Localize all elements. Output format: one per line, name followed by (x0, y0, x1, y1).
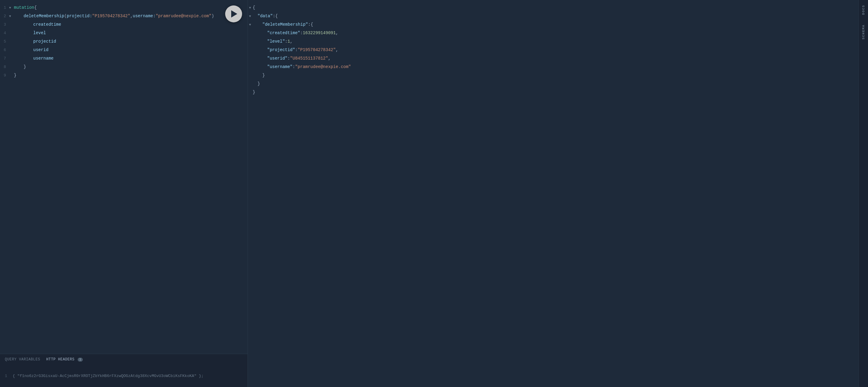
resp-line-6: "projectid": "P195704278342", (248, 46, 858, 54)
comma-2: , (130, 12, 133, 20)
resp-fold-11 (248, 90, 253, 96)
resp-line-4: "createdtime": 1632299149091, (248, 29, 858, 37)
fold-arrow-7 (9, 56, 14, 62)
resp-fold-10 (248, 81, 253, 87)
code-line-2: 2 ▼ deleteMembership(projectid:"P1957042… (0, 12, 248, 21)
param-projectid-key: projectid: (67, 12, 92, 20)
resp-key-projectid: "projectid" (267, 46, 295, 54)
resp-bracket-close-data: } (257, 80, 260, 88)
field-createdtime: createdtime (33, 21, 61, 28)
code-line-1: 1 ▼ mutation{ (0, 4, 248, 12)
param-username-val: "pramrudee@nexpie.com" (156, 12, 212, 20)
resp-fold-5 (248, 39, 253, 45)
resp-val-projectid: "P195704278342" (298, 46, 336, 54)
tab-http-headers[interactable]: HTTP HEADERS 1 (46, 357, 83, 362)
resp-val-userid: "U845151137812" (290, 55, 328, 62)
field-username: username (33, 55, 54, 62)
bottom-panel: QUERY VARIABLES HTTP HEADERS 1 1 { "f1no… (0, 354, 248, 387)
line-number-9: 9 (0, 72, 9, 79)
line-number-5: 5 (0, 38, 9, 45)
line-number-1: 1 (0, 4, 9, 11)
resp-key-userid: "userid" (267, 55, 287, 62)
bracket-open-1: { (34, 4, 37, 11)
resp-line-2: ▼ "data": { (248, 12, 858, 21)
resp-comma-6: , (336, 46, 338, 54)
http-headers-badge: 1 (78, 358, 83, 362)
variable-code: { "f1no6z2rG3GisxaU-AcCjmsR0rXROTjZbYkHB… (13, 374, 204, 378)
resp-fold-9 (248, 73, 253, 79)
bracket-close-8: } (24, 63, 26, 71)
resp-val-username: "pramrudee@nexpie.com" (295, 63, 351, 71)
keyword-mutation: mutation (14, 4, 34, 11)
fold-arrow-9 (9, 73, 14, 79)
resp-key-level: "level" (267, 38, 285, 46)
paren-open-2: ( (64, 12, 66, 20)
code-line-5: 5 projectid (0, 37, 248, 46)
code-line-3: 3 createdtime (0, 21, 248, 29)
editor-panel: 1 ▼ mutation{ 2 ▼ deleteMembership(proje… (0, 0, 248, 387)
resp-fold-8 (248, 64, 253, 70)
editor-content: 1 ▼ mutation{ 2 ▼ deleteMembership(proje… (0, 0, 248, 354)
variable-line: 1 { "f1no6z2rG3GisxaU-AcCjmsR0rXROTjZbYk… (5, 374, 204, 378)
response-panel: ▼ { ▼ "data": { ▼ "deleteMembership": { … (248, 0, 858, 387)
resp-line-5: "level": 1, (248, 37, 858, 46)
fold-arrow-5 (9, 39, 14, 45)
resp-line-9: } (248, 71, 858, 80)
resp-bracket-open-1: { (253, 4, 255, 11)
fold-arrow-4 (9, 31, 14, 37)
resp-val-createdtime: 1632299149091 (303, 29, 336, 37)
resp-line-8: "username": "pramrudee@nexpie.com" (248, 63, 858, 71)
resp-fold-3[interactable]: ▼ (248, 22, 253, 28)
resp-key-username: "username" (267, 63, 292, 71)
resp-fold-1[interactable]: ▼ (248, 5, 253, 11)
fold-arrow-6 (9, 48, 14, 54)
resp-comma-4: , (336, 29, 338, 37)
code-line-9: 9 } (0, 71, 248, 80)
resp-bracket-data: { (275, 12, 278, 20)
resp-colon-8: : (292, 63, 295, 71)
side-tab-schema[interactable]: SCHEMA (860, 20, 867, 44)
resp-fold-6 (248, 48, 253, 54)
fold-arrow-3 (9, 22, 14, 28)
code-line-4: 4 level (0, 29, 248, 37)
param-projectid-val: "P195704278342" (92, 12, 130, 20)
resp-colon-2: : (273, 12, 275, 20)
resp-key-createdtime: "createdtime" (267, 29, 300, 37)
code-line-7: 7 username (0, 54, 248, 63)
code-line-6: 6 userid (0, 46, 248, 54)
resp-colon-6: : (295, 46, 298, 54)
line-number-4: 4 (0, 30, 9, 37)
resp-line-10: } (248, 80, 858, 88)
resp-colon-5: : (285, 38, 287, 46)
code-line-8: 8 } (0, 63, 248, 71)
fold-arrow-8 (9, 64, 14, 70)
resp-comma-5: , (290, 38, 292, 46)
resp-line-7: "userid": "U845151137812", (248, 54, 858, 63)
line-number-8: 8 (0, 63, 9, 70)
line-number-2: 2 (0, 13, 9, 20)
resp-comma-7: , (328, 55, 331, 62)
side-tabs: DOCS SCHEMA (858, 0, 868, 387)
resp-fold-7 (248, 56, 253, 62)
resp-key-deleteMembership: "deleteMembership" (262, 21, 308, 28)
side-tab-docs[interactable]: DOCS (860, 0, 867, 20)
line-number-7: 7 (0, 55, 9, 62)
bottom-content: 1 { "f1no6z2rG3GisxaU-AcCjmsR0rXROTjZbYk… (0, 365, 248, 387)
line-number-3: 3 (0, 21, 9, 28)
field-level: level (33, 29, 46, 37)
fold-arrow-1[interactable]: ▼ (9, 5, 14, 11)
resp-colon-4: : (300, 29, 303, 37)
run-button[interactable] (225, 5, 242, 22)
resp-fold-2[interactable]: ▼ (248, 13, 253, 20)
variable-line-number: 1 (5, 374, 7, 378)
resp-line-1: ▼ { (248, 4, 858, 12)
fold-arrow-2[interactable]: ▼ (9, 13, 14, 20)
resp-fold-4 (248, 31, 253, 37)
field-userid: userid (33, 46, 49, 54)
param-username-key: username: (133, 12, 156, 20)
resp-key-data: "data" (257, 12, 273, 20)
tab-query-variables[interactable]: QUERY VARIABLES (5, 357, 40, 362)
play-icon (231, 10, 237, 18)
main-container: 1 ▼ mutation{ 2 ▼ deleteMembership(proje… (0, 0, 868, 387)
paren-close-2: ) (212, 12, 214, 20)
